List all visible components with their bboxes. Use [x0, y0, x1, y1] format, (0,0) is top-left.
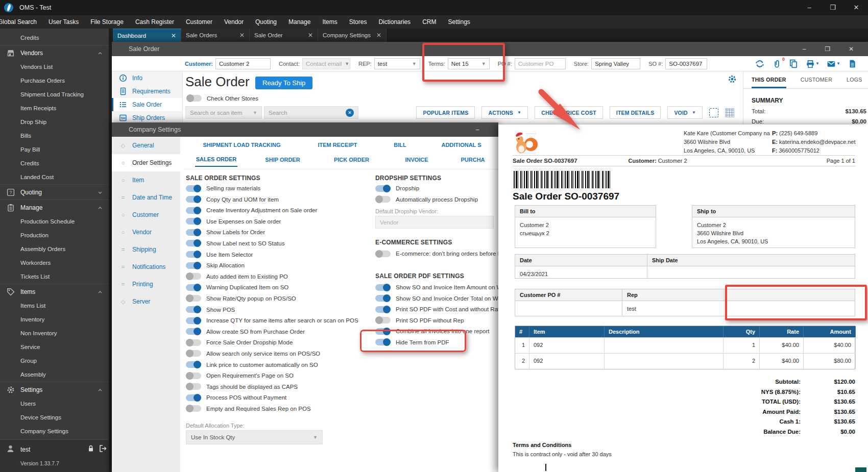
toggle-process-pos-without-payment[interactable] — [186, 394, 201, 401]
menu-item-customer[interactable]: Customer — [186, 18, 212, 26]
so-number-input[interactable] — [665, 58, 707, 69]
cs-nav-shipping[interactable]: =Shipping — [112, 241, 180, 258]
rep-select[interactable]: test▼ — [374, 58, 420, 69]
minimize-button[interactable]: – — [798, 0, 821, 15]
tab-sale-order[interactable]: Sale Order✕ — [250, 29, 318, 42]
settings-tab-invoice[interactable]: INVOICE — [386, 154, 447, 169]
panel-tab-this-order[interactable]: THIS ORDER — [752, 77, 786, 88]
settings-tab-ship-order[interactable]: SHIP ORDER — [248, 154, 317, 169]
so-nav-sale-order[interactable]: Sale Order — [112, 98, 182, 111]
toggle-show-rate-qty-popup-on-pos-so[interactable] — [186, 295, 201, 302]
default-dropship-vendor-input[interactable]: Vendor — [375, 216, 494, 229]
toggle-show-labels-for-order[interactable] — [186, 229, 201, 236]
attachments-icon[interactable]: 0 — [772, 59, 781, 68]
toggle-use-item-selector[interactable] — [186, 251, 201, 258]
customer-input[interactable] — [215, 58, 271, 69]
sidebar-item-vendors-list[interactable]: Vendors List — [0, 60, 109, 73]
toggle-link-price-to-customer-automatically-on-[interactable] — [186, 361, 201, 368]
toggle-auto-added-item-to-existing-po[interactable] — [186, 273, 201, 280]
toggle-show-label-next-to-so-status[interactable] — [186, 240, 201, 246]
cs-nav-order-settings[interactable]: ○Order Settings — [112, 154, 180, 171]
sidebar-item-shipment-load-tracking[interactable]: Shipment Load Tracking — [0, 87, 109, 101]
print-icon[interactable]: ▼ — [806, 59, 815, 68]
cs-nav-customer[interactable]: ○Customer — [112, 206, 180, 223]
cs-nav-date-and-time[interactable]: =Date and Time — [112, 189, 180, 206]
cs-nav-general[interactable]: ◇General — [112, 137, 180, 154]
menu-item-file-storage[interactable]: File Storage — [90, 18, 124, 26]
toggle-show-so-and-invoice-order-total-on-web-a[interactable] — [375, 295, 391, 302]
sidebar-item-credits[interactable]: Credits — [0, 31, 109, 44]
toggle-warning-duplicated-item-on-so[interactable] — [186, 284, 201, 291]
toggle-increase-qty-for-same-items-after-search[interactable] — [186, 317, 201, 324]
sidebar-group-vendors[interactable]: Vendors — [0, 46, 109, 60]
settings-tab-additional-s[interactable]: ADDITIONAL S — [424, 139, 498, 154]
sidebar-item-assembly[interactable]: Assembly — [0, 367, 109, 381]
tab-close-icon[interactable]: ✕ — [171, 32, 176, 39]
store-input[interactable] — [591, 58, 640, 69]
sidebar-item-non-inventory[interactable]: Non Inventory — [0, 326, 109, 340]
toggle-allow-search-only-service-items-on-pos-s[interactable] — [186, 350, 201, 357]
toggle-automatically-process-dropship[interactable] — [375, 196, 391, 203]
popular-items-button[interactable]: POPULAR ITEMS — [416, 106, 475, 119]
search-input[interactable]: Search✕ — [264, 106, 358, 119]
actions-button[interactable]: ACTIONS▼ — [481, 106, 528, 119]
panel-tab-logs[interactable]: LOGS — [847, 77, 862, 88]
document-icon[interactable] — [848, 59, 857, 68]
sidebar-group-settings[interactable]: Settings — [0, 383, 109, 396]
cs-nav-vendor[interactable]: ○Vendor — [112, 223, 180, 241]
refresh-icon[interactable] — [755, 59, 764, 68]
cs-minimize-button[interactable]: – — [466, 122, 489, 137]
maximize-button[interactable]: ❒ — [821, 0, 845, 15]
sidebar-item-inventory[interactable]: Inventory — [0, 312, 109, 326]
toggle-create-inventory-adjustment-on-sale-orde[interactable] — [186, 207, 201, 214]
contact-select[interactable]: Contact email▼ — [302, 58, 350, 69]
sidebar-item-users[interactable]: Users — [0, 396, 109, 410]
sidebar-item-items-list[interactable]: Items List — [0, 299, 109, 312]
menu-item-items[interactable]: Items — [322, 18, 337, 26]
menu-item-vendor[interactable]: Vendor — [224, 18, 244, 26]
settings-tab-purcha[interactable]: PURCHA — [447, 154, 498, 169]
toggle-e-commerce-don-t-bring-orders-before-lis[interactable] — [375, 251, 391, 257]
toggle-print-so-pdf-without-rep[interactable] — [375, 317, 391, 324]
default-allocation-select[interactable]: Use In Stock Qty▼ — [186, 430, 323, 444]
menu-item-dictionaries[interactable]: Dictionaries — [378, 18, 411, 26]
customer-po-input[interactable] — [515, 58, 566, 69]
sidebar-item-assembly-orders[interactable]: Assembly Orders — [0, 242, 109, 256]
mail-icon[interactable]: ▼ — [827, 59, 836, 68]
menu-item-crm[interactable]: CRM — [422, 18, 436, 26]
check-other-stores-toggle[interactable] — [186, 95, 202, 102]
tab-close-icon[interactable]: ✕ — [376, 32, 381, 39]
cs-nav-notifications[interactable]: =Notifications — [112, 258, 180, 276]
cs-nav-printing[interactable]: =Printing — [112, 276, 180, 293]
settings-tab-shipment-load-tracking[interactable]: SHIPMENT LOAD TRACKING — [184, 139, 299, 154]
sidebar-group-quoting[interactable]: ?Quoting — [0, 185, 109, 199]
menu-item-global-search[interactable]: Global Search — [0, 18, 37, 26]
tab-close-icon[interactable]: ✕ — [308, 32, 313, 39]
so-maximize-button[interactable]: ❒ — [816, 42, 839, 56]
gear-icon[interactable] — [728, 74, 737, 84]
tab-dashboard[interactable]: Dashboard✕ — [113, 29, 181, 42]
settings-tab-sales-order[interactable]: SALES ORDER — [184, 154, 248, 169]
menu-item-user-tasks[interactable]: User Tasks — [49, 18, 79, 26]
panel-tab-customer[interactable]: CUSTOMER — [801, 77, 832, 88]
toggle-open-requirement-s-page-on-so[interactable] — [186, 372, 201, 379]
sidebar-item-credits[interactable]: Credits — [0, 156, 109, 170]
copy-icon[interactable] — [789, 59, 798, 68]
tab-close-icon[interactable]: ✕ — [239, 32, 245, 39]
menu-item-settings[interactable]: Settings — [448, 18, 470, 26]
toggle-dropship[interactable] — [375, 185, 391, 192]
cs-nav-server[interactable]: ◇Server — [112, 293, 180, 310]
sidebar-group-manage[interactable]: Manage — [0, 201, 109, 214]
so-minimize-button[interactable]: – — [792, 42, 816, 56]
sidebar-item-service[interactable]: Service — [0, 340, 109, 354]
grid-view-icon[interactable] — [725, 108, 734, 117]
settings-tab-item-receipt[interactable]: ITEM RECEIPT — [299, 139, 376, 154]
menu-item-manage[interactable]: Manage — [288, 18, 310, 26]
sidebar-item-production-schedule[interactable]: Production Schedule — [0, 214, 109, 228]
item-search-mode-select[interactable]: Search or scan item▼ — [185, 106, 262, 119]
toggle-use-expenses-on-sale-order[interactable] — [186, 218, 201, 225]
logout-icon[interactable] — [99, 444, 107, 453]
sidebar-item-purchase-orders[interactable]: Purchase Orders — [0, 73, 109, 87]
toggle-skip-allocation[interactable] — [186, 262, 201, 269]
settings-tab-pick-order[interactable]: PICK ORDER — [317, 154, 386, 169]
